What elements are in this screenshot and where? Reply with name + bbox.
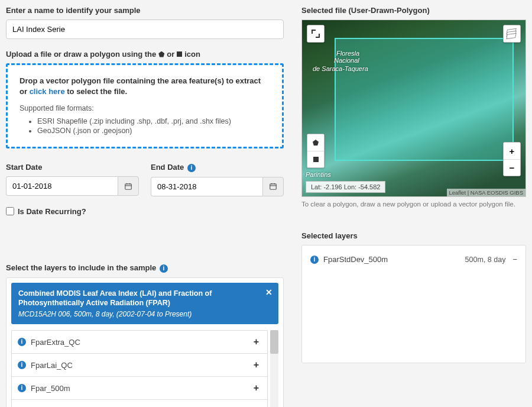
start-date-label: Start Date [6, 163, 139, 172]
selected-layers-panel: i FparStdDev_500m 500m, 8 day − [301, 245, 526, 363]
upload-label: Upload a file or draw a polygon using th… [6, 50, 284, 59]
info-icon[interactable]: i [18, 384, 26, 392]
recurring-checkbox-row[interactable]: Is Date Recurring? [6, 207, 284, 216]
polygon-tool-icon [158, 51, 164, 57]
recurring-checkbox[interactable] [6, 207, 14, 215]
supported-formats-list: ESRI Shapefile (.zip including .shp, .db… [37, 117, 270, 135]
upload-label-or: or [167, 50, 174, 59]
selected-layer-meta: 500m, 8 day [465, 256, 506, 264]
info-icon[interactable]: i [187, 164, 196, 172]
selected-layer-item[interactable]: i FparStdDev_500m 500m, 8 day − [306, 249, 522, 270]
close-icon[interactable]: ✕ [265, 288, 273, 297]
layer-item[interactable]: i LaiStdDev_500m + [11, 400, 268, 407]
layer-name: Fpar_500m [31, 384, 251, 393]
map-draw-control[interactable] [307, 134, 325, 168]
add-layer-button[interactable]: + [251, 337, 261, 347]
map-place-label: Parintins [306, 171, 331, 179]
rectangle-tool-icon [313, 157, 319, 162]
layer-name: FparExtra_QC [31, 338, 251, 347]
map-attribution: Leaflet | NASA EOSDIS GIBS [447, 189, 526, 196]
start-date-input[interactable] [6, 176, 118, 196]
layer-group-header[interactable]: Combined MODIS Leaf Area Index (LAI) and… [11, 283, 278, 325]
draw-polygon-button[interactable] [307, 134, 324, 151]
format-item: ESRI Shapefile (.zip including .shp, .db… [37, 117, 270, 125]
map-viewport[interactable]: Floresla Nacional de Saraca-Taquera Pari… [301, 20, 526, 197]
recurring-label: Is Date Recurring? [18, 207, 86, 216]
rectangle-tool-icon [177, 51, 182, 57]
upload-label-prefix: Upload a file or draw a polygon using th… [6, 50, 156, 59]
map-coordinates: Lat: -2.196 Lon: -54.582 [306, 181, 385, 193]
map-place-label: de Saraca-Taquera [313, 65, 368, 73]
layers-icon [507, 29, 517, 38]
supported-formats-label: Supported file formats: [20, 104, 270, 112]
info-icon[interactable]: i [18, 338, 26, 346]
add-layer-button[interactable]: + [251, 383, 261, 393]
layer-group-subtitle: MCD15A2H 006, 500m, 8 day, (2002-07-04 t… [18, 310, 271, 318]
map-zoom-control[interactable]: + − [503, 142, 521, 176]
end-date-label: End Date i [151, 163, 284, 172]
sample-name-label: Enter a name to identify your sample [6, 6, 284, 15]
end-date-calendar-button[interactable] [262, 177, 284, 196]
svg-rect-0 [125, 184, 132, 189]
layers-section-label: Select the layers to include in the samp… [6, 263, 284, 273]
selected-layer-name: FparStdDev_500m [323, 255, 465, 264]
layer-item[interactable]: i Fpar_500m + [11, 377, 268, 400]
draw-rectangle-button[interactable] [307, 151, 324, 167]
click-here-link[interactable]: click here [30, 87, 65, 96]
zoom-in-button[interactable]: + [504, 143, 520, 159]
layer-group-title: Combined MODIS Leaf Area Index (LAI) and… [18, 289, 271, 309]
scrollbar[interactable] [270, 330, 278, 407]
selected-file-label: Selected file (User-Drawn-Polygon) [301, 6, 526, 15]
svg-rect-4 [270, 184, 277, 189]
available-layers-panel: Combined MODIS Leaf Area Index (LAI) and… [6, 277, 284, 408]
map-fullscreen-control[interactable] [307, 25, 325, 43]
calendar-icon [269, 182, 277, 190]
drawn-polygon[interactable] [335, 38, 514, 161]
remove-layer-button[interactable]: − [512, 255, 517, 264]
layers-button[interactable] [504, 25, 520, 42]
map-place-label: Nacional [334, 57, 359, 64]
info-icon[interactable]: i [160, 264, 168, 273]
dropzone-text: Drop a vector polygon file containing th… [20, 76, 270, 97]
fullscreen-button[interactable] [307, 25, 324, 42]
clear-polygon-note: To clear a polygon, draw a new polygon o… [301, 201, 526, 208]
layer-item[interactable]: i FparExtra_QC + [11, 330, 268, 354]
info-icon[interactable]: i [310, 256, 319, 264]
layer-item[interactable]: i FparLai_QC + [11, 354, 268, 377]
start-date-calendar-button[interactable] [118, 176, 139, 196]
selected-layers-label: Selected layers [301, 231, 526, 240]
info-icon[interactable]: i [18, 361, 26, 369]
format-item: GeoJSON (.json or .geojson) [37, 127, 270, 135]
zoom-out-button[interactable]: − [504, 159, 520, 176]
end-date-input[interactable] [151, 177, 262, 196]
layer-name: FparLai_QC [31, 361, 251, 370]
fullscreen-icon [312, 30, 320, 38]
scrollbar-thumb[interactable] [270, 330, 278, 354]
map-layers-control[interactable] [503, 25, 521, 43]
add-layer-button[interactable]: + [251, 360, 261, 370]
polygon-tool-icon [313, 140, 319, 146]
calendar-icon [124, 182, 132, 190]
file-dropzone[interactable]: Drop a vector polygon file containing th… [6, 63, 284, 148]
upload-label-suffix: icon [184, 50, 200, 59]
sample-name-input[interactable] [6, 20, 284, 39]
